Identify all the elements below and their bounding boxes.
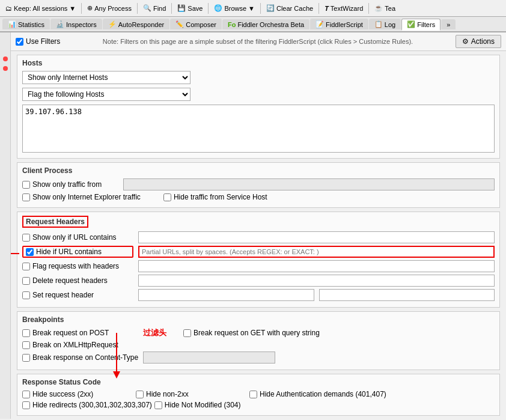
hosts-section: Hosts Show only Internet Hosts Show all … [17, 55, 500, 159]
post-label[interactable]: Break request on POST [22, 329, 133, 337]
clear-cache-label: Clear Cache [276, 5, 313, 12]
hide-url-input[interactable] [138, 246, 495, 258]
hide-3xx-label[interactable]: Hide redirects (300,301,302,303,307) [22, 401, 152, 409]
hide-url-checkbox[interactable] [26, 248, 34, 256]
keep-sessions-icon: 🗂 [5, 5, 12, 12]
flag-headers-label[interactable]: Flag requests with headers [22, 262, 133, 270]
any-process-btn[interactable]: ⊕ Any Process [84, 3, 135, 13]
autoresponder-icon: ⚡ [108, 20, 117, 28]
textwizard-icon: T [325, 5, 329, 12]
hide-service-checkbox[interactable] [163, 193, 171, 201]
hide-304-label[interactable]: Hide Not Modified (304) [154, 401, 266, 409]
tab-log-label: Log [385, 21, 395, 28]
hide-2xx-label[interactable]: Hide success (2xx) [22, 390, 133, 398]
hide-auth-label[interactable]: Hide Authentication demands (401,407) [249, 390, 386, 398]
show-traffic-input[interactable] [123, 178, 495, 190]
show-url-checkbox[interactable] [22, 234, 30, 242]
sep4 [208, 3, 209, 14]
filters-header: Use Filters Note: Filters on this page a… [11, 32, 506, 51]
delete-headers-label[interactable]: Delete request headers [22, 276, 133, 285]
hide-non2xx-text: Hide non-2xx [146, 390, 189, 398]
use-filters-label[interactable]: Use Filters [16, 37, 60, 46]
find-btn[interactable]: 🔍 Find [140, 3, 169, 13]
textwizard-btn[interactable]: T TextWizard [322, 4, 366, 13]
hosts-dropdown1-row: Show only Internet Hosts Show all traffi… [22, 71, 495, 84]
content-type-input[interactable] [143, 352, 275, 364]
hide-url-label[interactable]: Hide if URL contains [22, 246, 133, 258]
delete-headers-text: Delete request headers [32, 276, 108, 285]
actions-label: Actions [471, 37, 495, 46]
hide-2xx-checkbox[interactable] [22, 391, 30, 398]
tab-statistics[interactable]: 📊 Statistics [2, 19, 50, 29]
keep-sessions-label: Keep: All sessions [14, 5, 67, 12]
hide-service-text: Hide traffic from Service Host [174, 193, 267, 201]
req-headers-title-wrap: Request Headers [22, 216, 495, 228]
browse-btn[interactable]: 🌐 Browse ▼ [211, 3, 258, 13]
show-traffic-text: Show only traffic from [32, 180, 102, 189]
set-header-value-input[interactable] [319, 289, 495, 301]
hide-3xx-checkbox[interactable] [22, 401, 30, 409]
textwizard-label: TextWizard [331, 5, 363, 12]
tea-btn[interactable]: ☕ Tea [371, 3, 398, 13]
browse-label: Browse [224, 5, 246, 12]
ie-traffic-checkbox[interactable] [22, 193, 30, 201]
show-traffic-label[interactable]: Show only traffic from [22, 180, 118, 189]
set-header-row: Set request header [22, 289, 495, 301]
ie-traffic-label[interactable]: Show only Internet Explorer traffic [22, 193, 141, 201]
xml-text: Break on XMLHttpRequest [32, 341, 118, 349]
inspectors-icon: 🔬 [56, 20, 64, 28]
hide-304-checkbox[interactable] [154, 401, 162, 409]
hide-service-label[interactable]: Hide traffic from Service Host [163, 193, 267, 201]
show-traffic-checkbox[interactable] [22, 181, 30, 189]
hide-non2xx-label[interactable]: Hide non-2xx [136, 390, 247, 398]
xml-checkbox[interactable] [22, 341, 30, 349]
hosts-textarea[interactable]: 39.107.96.138 [22, 105, 495, 153]
set-header-label[interactable]: Set request header [22, 291, 133, 299]
show-url-label[interactable]: Show only if URL contains [22, 233, 133, 242]
req-headers-title: Request Headers [22, 216, 88, 228]
tab-orchestra[interactable]: Fo Fiddler Orchestra Beta [222, 19, 309, 29]
show-url-input[interactable] [138, 231, 495, 243]
hosts-dropdown2[interactable]: Flag the following Hosts Hide the follow… [22, 88, 191, 101]
tab-bar: 📊 Statistics 🔬 Inspectors ⚡ AutoResponde… [0, 17, 506, 32]
hosts-dropdown1[interactable]: Show only Internet Hosts Show all traffi… [22, 71, 191, 84]
tab-inspectors[interactable]: 🔬 Inspectors [50, 19, 102, 29]
clear-cache-btn[interactable]: 🔄 Clear Cache [263, 3, 316, 13]
hide-auth-checkbox[interactable] [249, 391, 257, 398]
orchestra-icon: Fo [228, 21, 236, 28]
use-filters-checkbox[interactable] [16, 38, 23, 46]
tab-composer-label: Composer [186, 21, 216, 28]
set-header-checkbox[interactable] [22, 291, 30, 299]
xml-label[interactable]: Break on XMLHttpRequest [22, 341, 133, 349]
side-indicator-2 [3, 66, 8, 71]
post-checkbox[interactable] [22, 329, 30, 337]
hide-2xx-text: Hide success (2xx) [32, 390, 93, 398]
content-area: Use Filters Note: Filters on this page a… [11, 32, 506, 419]
tab-autoresponder[interactable]: ⚡ AutoResponder [103, 19, 169, 29]
log-icon: 📋 [374, 20, 383, 28]
get-query-label[interactable]: Break request on GET with query string [183, 329, 320, 337]
hide-non2xx-checkbox[interactable] [136, 391, 144, 398]
tab-composer[interactable]: ✏️ Composer [170, 19, 222, 29]
save-btn[interactable]: 💾 Save [174, 3, 206, 13]
top-toolbar: 🗂 Keep: All sessions ▼ ⊕ Any Process 🔍 F… [0, 0, 506, 17]
tab-orchestra-label: Fiddler Orchestra Beta [237, 21, 304, 28]
tab-log[interactable]: 📋 Log [369, 19, 401, 29]
actions-button[interactable]: ⚙ Actions [456, 35, 501, 48]
tab-fiddlerscript[interactable]: 📝 FiddlerScript [310, 19, 368, 29]
flag-headers-input[interactable] [138, 260, 495, 272]
set-header-name-input[interactable] [138, 289, 314, 301]
tab-more[interactable]: » [441, 19, 456, 29]
delete-headers-checkbox[interactable] [22, 277, 30, 285]
get-query-checkbox[interactable] [183, 329, 191, 337]
delete-headers-input[interactable] [138, 275, 495, 287]
content-type-label[interactable]: Break response on Content-Type [22, 353, 138, 362]
content-type-checkbox[interactable] [22, 354, 30, 362]
keep-sessions-btn[interactable]: 🗂 Keep: All sessions ▼ [2, 4, 79, 13]
flag-headers-checkbox[interactable] [22, 263, 30, 270]
tab-filters[interactable]: ✅ Filters [401, 19, 440, 31]
hide-auth-text: Hide Authentication demands (401,407) [260, 390, 386, 398]
filters-note: Note: Filters on this page are a simple … [65, 38, 450, 45]
hide-3xx-row: Hide redirects (300,301,302,303,307) Hid… [22, 401, 495, 409]
sep3 [171, 3, 172, 14]
